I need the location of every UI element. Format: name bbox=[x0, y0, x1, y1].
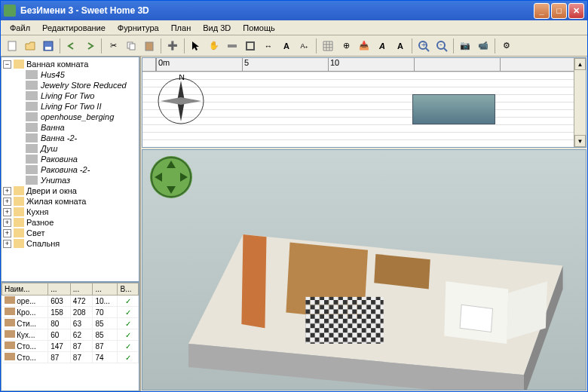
svg-rect-6 bbox=[228, 44, 237, 47]
tree-category[interactable]: +Двери и окна bbox=[3, 185, 137, 196]
maximize-button[interactable]: □ bbox=[551, 3, 567, 19]
column-header[interactable]: ... bbox=[48, 283, 71, 296]
tree-item[interactable]: Ванна bbox=[15, 122, 137, 133]
zoom-in-icon[interactable]: + bbox=[415, 38, 432, 54]
furniture-tree[interactable]: − Ванная комната Hus45Jewelry Store Redu… bbox=[1, 57, 139, 282]
view-3d[interactable] bbox=[142, 149, 586, 390]
room-tool-icon[interactable] bbox=[242, 38, 259, 54]
svg-text:N: N bbox=[179, 75, 185, 81]
zoom-out-icon[interactable]: - bbox=[433, 38, 450, 54]
column-header[interactable]: В... bbox=[118, 283, 139, 296]
app-icon bbox=[4, 5, 16, 17]
expand-icon[interactable]: + bbox=[3, 219, 11, 227]
folder-icon bbox=[14, 207, 24, 216]
checkbox-icon[interactable]: ✓ bbox=[118, 307, 139, 318]
tree-item[interactable]: Living For Two II bbox=[15, 101, 137, 112]
tree-item[interactable]: Jewelry Store Reduced bbox=[15, 80, 137, 90]
tree-item[interactable]: openhouse_berging bbox=[15, 112, 137, 122]
ruler-tick: 5 bbox=[242, 58, 328, 71]
column-header[interactable]: ... bbox=[93, 283, 118, 296]
text-style-icon[interactable]: A bbox=[374, 38, 390, 54]
text-style2-icon[interactable]: A bbox=[392, 38, 409, 54]
dimension-tool-icon[interactable]: ↔ bbox=[260, 38, 277, 54]
checkbox-icon[interactable]: ✓ bbox=[118, 318, 139, 329]
tree-category[interactable]: +Жилая комната bbox=[3, 196, 137, 207]
text-tool-icon[interactable]: A bbox=[278, 38, 295, 54]
close-button[interactable]: ✕ bbox=[568, 3, 584, 19]
tree-item[interactable]: Ванна -2- bbox=[15, 133, 137, 143]
import-icon[interactable]: 📥 bbox=[356, 38, 372, 54]
scroll-down-icon[interactable]: ▼ bbox=[574, 135, 586, 147]
tree-label: Спальня bbox=[26, 239, 60, 248]
furniture-icon bbox=[26, 102, 38, 111]
text-label-icon[interactable]: A₊ bbox=[296, 38, 313, 54]
cut-icon[interactable]: ✂ bbox=[105, 38, 121, 54]
expand-icon[interactable]: + bbox=[3, 240, 11, 248]
titlebar[interactable]: БезИмени 3 - Sweet Home 3D _ □ ✕ bbox=[1, 1, 587, 20]
new-file-icon[interactable] bbox=[4, 38, 20, 54]
tree-item[interactable]: Душ bbox=[15, 143, 137, 154]
checkbox-icon[interactable]: ✓ bbox=[118, 352, 139, 363]
select-tool-icon[interactable] bbox=[188, 38, 204, 54]
open-file-icon[interactable] bbox=[22, 38, 38, 54]
expand-icon[interactable]: + bbox=[3, 198, 11, 206]
compass-toggle-icon[interactable]: ⊕ bbox=[338, 38, 354, 54]
video-icon[interactable]: 📹 bbox=[475, 38, 492, 54]
collapse-icon[interactable]: − bbox=[3, 60, 11, 69]
pan-tool-icon[interactable]: ✋ bbox=[206, 38, 222, 54]
expand-icon[interactable]: + bbox=[3, 229, 11, 237]
table-row[interactable]: Сто...1478787✓ bbox=[2, 341, 139, 352]
checkbox-icon[interactable]: ✓ bbox=[118, 296, 139, 307]
menu-help[interactable]: Помощь bbox=[237, 22, 281, 34]
svg-rect-5 bbox=[145, 42, 153, 51]
compass-icon[interactable]: N bbox=[155, 75, 207, 127]
row-icon bbox=[5, 353, 15, 360]
scroll-up-icon[interactable]: ▲ bbox=[574, 58, 586, 70]
furniture-table[interactable]: Наим............В... оpe...60347210...✓ … bbox=[1, 282, 139, 391]
expand-icon[interactable]: + bbox=[3, 187, 11, 195]
grid-icon[interactable] bbox=[320, 38, 336, 54]
furniture-icon bbox=[26, 133, 38, 142]
menu-edit[interactable]: Редактирование bbox=[36, 22, 112, 34]
plan-canvas[interactable]: N bbox=[142, 72, 586, 147]
table-row[interactable]: Сто...878774✓ bbox=[2, 352, 139, 363]
table-row[interactable]: Кро...15820870✓ bbox=[2, 307, 139, 318]
tree-category[interactable]: +Разное bbox=[3, 217, 137, 228]
minimize-button[interactable]: _ bbox=[534, 3, 550, 19]
checkbox-icon[interactable]: ✓ bbox=[118, 341, 139, 352]
paste-icon[interactable] bbox=[141, 38, 158, 54]
menu-file[interactable]: Файл bbox=[4, 22, 36, 34]
checkbox-icon[interactable]: ✓ bbox=[118, 329, 139, 341]
furniture-icon bbox=[26, 155, 38, 164]
scrollbar-vertical[interactable]: ▲ ▼ bbox=[574, 58, 586, 147]
tree-category[interactable]: +Кухня bbox=[3, 207, 137, 217]
menu-plan[interactable]: План bbox=[165, 22, 198, 34]
table-row[interactable]: оpe...60347210...✓ bbox=[2, 296, 139, 307]
plan-2d-view[interactable]: 0m 5 10 N ▲ ▼ bbox=[142, 57, 586, 148]
undo-icon[interactable] bbox=[63, 38, 80, 54]
tree-category[interactable]: +Спальня bbox=[3, 238, 137, 249]
tree-item[interactable]: Унитаз bbox=[15, 175, 137, 185]
menu-3dview[interactable]: Вид 3D bbox=[197, 22, 237, 34]
add-furniture-icon[interactable]: ➕ bbox=[164, 38, 181, 54]
folder-icon bbox=[14, 197, 24, 206]
wall-tool-icon[interactable] bbox=[224, 38, 240, 54]
preferences-icon[interactable]: ⚙ bbox=[498, 38, 515, 54]
tree-item[interactable]: Раковина -2- bbox=[15, 164, 137, 175]
save-icon[interactable] bbox=[40, 38, 57, 54]
copy-icon[interactable] bbox=[123, 38, 139, 54]
tree-item[interactable]: Раковина bbox=[15, 154, 137, 164]
column-header[interactable]: ... bbox=[70, 283, 93, 296]
tree-item[interactable]: Living For Two bbox=[15, 90, 137, 101]
tree-category-bathroom[interactable]: − Ванная комната bbox=[3, 59, 137, 69]
tree-item[interactable]: Hus45 bbox=[15, 69, 137, 80]
expand-icon[interactable]: + bbox=[3, 208, 11, 216]
tree-label: Кухня bbox=[26, 207, 48, 216]
table-row[interactable]: Кух...606285✓ bbox=[2, 329, 139, 341]
redo-icon[interactable] bbox=[81, 38, 98, 54]
table-row[interactable]: Сти...806385✓ bbox=[2, 318, 139, 329]
tree-category[interactable]: +Свет bbox=[3, 228, 137, 238]
menu-furniture[interactable]: Фурнитура bbox=[112, 22, 165, 34]
column-header[interactable]: Наим... bbox=[2, 283, 48, 296]
camera-icon[interactable]: 📷 bbox=[457, 38, 473, 54]
